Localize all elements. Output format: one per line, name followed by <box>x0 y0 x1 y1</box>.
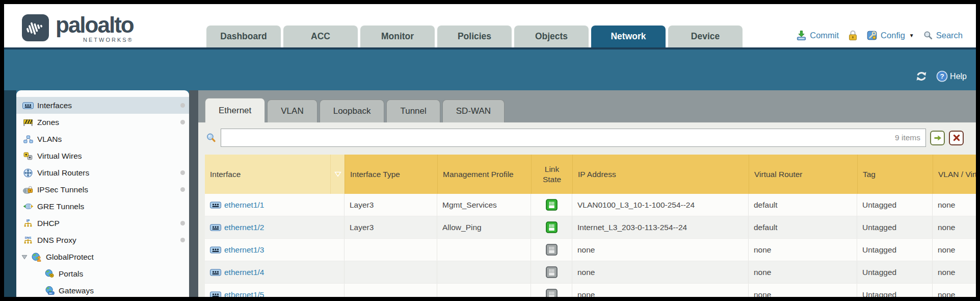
column-header-management-profile[interactable]: Management Profile <box>437 155 531 194</box>
table-row: ethernet1/1Layer3Mgmt_ServicesVLAN0100_L… <box>205 194 976 216</box>
tab-monitor[interactable]: Monitor <box>360 26 435 47</box>
cell-interface-type: Layer3 <box>345 216 437 238</box>
link-state-down-icon <box>546 266 558 278</box>
interface-link[interactable]: ethernet1/2 <box>210 223 264 232</box>
interface-link[interactable]: ethernet1/3 <box>210 245 264 255</box>
config-menu[interactable]: Config ▼ <box>867 30 914 41</box>
sidebar-item-virtual-wires[interactable]: Virtual Wires <box>16 147 189 164</box>
ethernet-interface-icon <box>210 202 221 209</box>
tab-ethernet[interactable]: Ethernet <box>205 98 265 122</box>
sidebar-item-portals[interactable]: Portals <box>16 265 189 282</box>
cell-management-profile <box>437 284 531 297</box>
tab-network[interactable]: Network <box>591 26 666 47</box>
cell-management-profile <box>437 261 531 283</box>
tab-policies[interactable]: Policies <box>437 26 512 47</box>
column-header-virtual-router[interactable]: Virtual Router <box>749 155 857 194</box>
cell-link-state <box>531 216 572 238</box>
cell-interface: ethernet1/4 <box>205 261 345 283</box>
cell-tag: Untagged <box>857 284 933 297</box>
sidebar-item-label: IPSec Tunnels <box>37 185 88 194</box>
interface-name: ethernet1/4 <box>224 268 264 277</box>
brand-name: paloalto <box>56 14 134 36</box>
filter-magnifier-icon <box>206 133 217 143</box>
column-header-tag[interactable]: Tag <box>857 155 933 194</box>
header-utilities: Commit Config ▼ Search <box>796 30 963 41</box>
content-body: InterfacesZonesVLANsVirtual WiresVirtual… <box>4 90 976 297</box>
tab-tunnel[interactable]: Tunnel <box>386 99 440 122</box>
filter-input[interactable] <box>221 129 925 146</box>
paloalto-logo-icon <box>22 14 49 41</box>
cell-link-state <box>531 239 572 261</box>
primary-nav: DashboardACCMonitorPoliciesObjectsNetwor… <box>206 26 743 47</box>
sidebar-item-virtual-routers[interactable]: Virtual Routers <box>16 164 189 181</box>
cell-virtual-router: default <box>749 194 857 216</box>
cell-management-profile: Mgmt_Services <box>437 194 531 216</box>
clear-filter-button[interactable] <box>949 131 964 145</box>
cell-virtual-router: none <box>749 239 857 261</box>
svg-text:?: ? <box>940 72 944 80</box>
lock-icon[interactable] <box>848 30 858 41</box>
svg-text:IP: IP <box>27 219 30 222</box>
tab-vlan[interactable]: VLAN <box>267 99 317 122</box>
table-header-row: InterfaceInterface TypeManagement Profil… <box>205 155 976 194</box>
interface-link[interactable]: ethernet1/1 <box>210 200 264 210</box>
sidebar-item-label: Virtual Routers <box>37 168 89 178</box>
interface-name: ethernet1/5 <box>224 290 264 297</box>
sort-dropdown-button[interactable] <box>330 155 345 194</box>
tab-sd-wan[interactable]: SD-WAN <box>442 99 505 122</box>
column-header-interface-type[interactable]: Interface Type <box>345 155 437 194</box>
zones-icon <box>21 118 35 127</box>
portals-icon <box>43 269 56 278</box>
item-dot <box>180 170 185 175</box>
filter-input-box: 9 items <box>221 129 926 147</box>
sidebar-item-dns-proxy[interactable]: DNSDNS Proxy <box>16 232 189 248</box>
item-dot <box>180 120 185 124</box>
commit-button[interactable]: Commit <box>796 30 839 41</box>
refresh-icon[interactable] <box>915 71 928 82</box>
ipsec-tunnels-icon <box>21 186 35 194</box>
interface-link[interactable]: ethernet1/4 <box>210 268 264 277</box>
sidebar-item-vlans[interactable]: VLANs <box>16 131 189 147</box>
sidebar-item-gateways[interactable]: Gateways <box>16 282 189 297</box>
column-header-vlan-virtual-wire[interactable]: VLAN / Virtual Wire <box>933 155 976 194</box>
tab-loopback[interactable]: Loopback <box>320 99 385 122</box>
sort-triangle-icon <box>334 171 341 177</box>
sidebar-item-dhcp[interactable]: IPDHCP <box>16 215 189 232</box>
dns-proxy-icon: DNS <box>21 236 35 245</box>
sidebar-divider[interactable] <box>189 90 198 297</box>
interface-name: ethernet1/1 <box>224 200 264 210</box>
search-button[interactable]: Search <box>923 31 963 40</box>
commit-label: Commit <box>810 31 839 40</box>
interface-link[interactable]: ethernet1/5 <box>210 290 264 297</box>
brand-tagline: NETWORKS® <box>56 37 134 43</box>
tab-objects[interactable]: Objects <box>514 26 589 47</box>
app-header: paloalto NETWORKS® DashboardACCMonitorPo… <box>4 4 976 47</box>
tab-acc[interactable]: ACC <box>283 26 358 47</box>
item-dot <box>180 238 185 242</box>
cell-vlan-virtual-wire: none <box>933 261 976 283</box>
gateways-icon <box>43 286 56 295</box>
sidebar-item-interfaces[interactable]: Interfaces <box>16 97 189 114</box>
column-header-link-state[interactable]: Link State <box>531 155 572 194</box>
sidebar-list: InterfacesZonesVLANsVirtual WiresVirtual… <box>16 97 189 297</box>
apply-filter-button[interactable] <box>930 131 945 145</box>
sidebar-item-label: Zones <box>37 118 59 127</box>
column-header-ip-address[interactable]: IP Address <box>572 155 749 194</box>
column-header-interface[interactable]: Interface <box>205 155 330 194</box>
tab-dashboard[interactable]: Dashboard <box>206 26 281 47</box>
sidebar-item-label: Gateways <box>59 286 94 295</box>
cell-vlan-virtual-wire: none <box>933 194 976 216</box>
sidebar-item-globalprotect[interactable]: GlobalProtect <box>16 248 189 265</box>
cell-ip-address: none <box>572 261 749 283</box>
sidebar-item-gre-tunnels[interactable]: GRE Tunnels <box>16 198 189 215</box>
sidebar-item-ipsec-tunnels[interactable]: IPSec Tunnels <box>16 181 189 198</box>
interfaces-icon <box>21 102 35 109</box>
sidebar-item-label: GlobalProtect <box>46 253 94 262</box>
sidebar-item-label: Interfaces <box>37 101 72 110</box>
tab-device[interactable]: Device <box>668 26 743 47</box>
cell-tag: Untagged <box>857 216 933 238</box>
sidebar-item-zones[interactable]: Zones <box>16 114 189 131</box>
ethernet-interface-icon <box>210 246 221 254</box>
svg-text:DNS: DNS <box>25 236 32 239</box>
help-button[interactable]: ? Help <box>936 70 967 82</box>
